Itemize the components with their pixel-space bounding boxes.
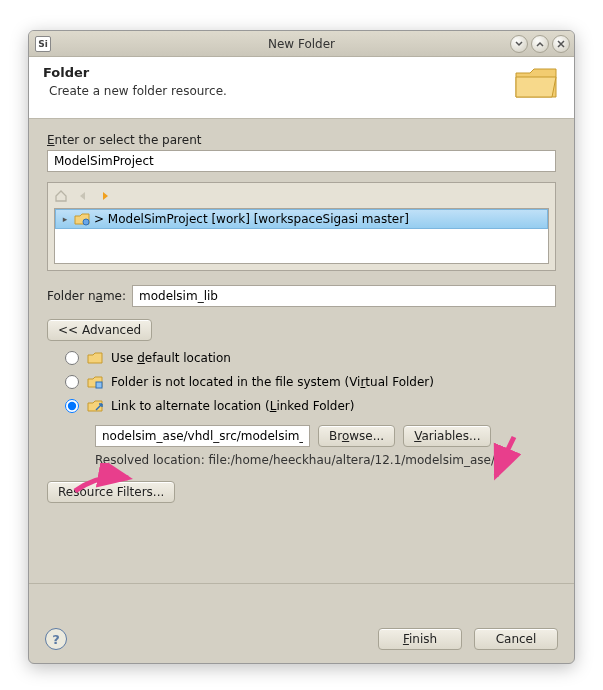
folder-name-label: Folder name:: [47, 289, 126, 303]
location-radio-group: Use default location Folder is not locat…: [47, 351, 556, 413]
dialog-header: Folder Create a new folder resource.: [29, 57, 574, 119]
advanced-toggle-button[interactable]: << Advanced: [47, 319, 152, 341]
radio-default-location[interactable]: Use default location: [65, 351, 556, 365]
home-icon[interactable]: [54, 189, 68, 203]
dialog-window: Si New Folder Folder Create a new folder…: [28, 30, 575, 664]
page-subtitle: Create a new folder resource.: [43, 84, 560, 98]
svg-rect-1: [96, 382, 102, 388]
help-button[interactable]: ?: [45, 628, 67, 650]
finish-button[interactable]: Finish: [378, 628, 462, 650]
tree-toolbar-box: ▸ > ModelSimProject [work] [workspaceSig…: [47, 182, 556, 271]
radio-virtual-folder[interactable]: Folder is not located in the file system…: [65, 375, 556, 389]
parent-input[interactable]: [47, 150, 556, 172]
parent-label: Enter or select the parent: [47, 133, 556, 147]
titlebar[interactable]: Si New Folder: [29, 31, 574, 57]
folder-name-input[interactable]: [132, 285, 556, 307]
radio-linked-label: Link to alternate location (Linked Folde…: [111, 399, 354, 413]
radio-linked-input[interactable]: [65, 399, 79, 413]
linked-folder-icon: [87, 399, 103, 413]
browse-button[interactable]: Browse...: [318, 425, 395, 447]
footer-divider: [29, 583, 574, 584]
virtual-folder-icon: [87, 375, 103, 389]
cancel-button[interactable]: Cancel: [474, 628, 558, 650]
link-path-input[interactable]: [95, 425, 310, 447]
expand-icon[interactable]: ▸: [60, 214, 70, 224]
folder-icon: [512, 63, 560, 103]
radio-linked-folder[interactable]: Link to alternate location (Linked Folde…: [65, 399, 556, 413]
radio-default-input[interactable]: [65, 351, 79, 365]
forward-icon[interactable]: [98, 189, 112, 203]
variables-button[interactable]: Variables...: [403, 425, 491, 447]
back-icon[interactable]: [76, 189, 90, 203]
close-button[interactable]: [552, 35, 570, 53]
folder-small-icon: [87, 351, 103, 365]
window-title: New Folder: [29, 37, 574, 51]
svg-point-0: [83, 219, 89, 225]
project-icon: [74, 212, 90, 226]
minimize-button[interactable]: [510, 35, 528, 53]
tree-item-label: > ModelSimProject [work] [workspaceSigas…: [94, 212, 409, 226]
resource-filters-button[interactable]: Resource Filters...: [47, 481, 175, 503]
dialog-footer: ? Finish Cancel: [29, 615, 574, 663]
parent-tree[interactable]: ▸ > ModelSimProject [work] [workspaceSig…: [54, 208, 549, 264]
radio-virtual-label: Folder is not located in the file system…: [111, 375, 434, 389]
radio-default-label: Use default location: [111, 351, 231, 365]
maximize-button[interactable]: [531, 35, 549, 53]
tree-row[interactable]: ▸ > ModelSimProject [work] [workspaceSig…: [55, 209, 548, 229]
page-title: Folder: [43, 65, 560, 80]
radio-virtual-input[interactable]: [65, 375, 79, 389]
resolved-location-label: Resolved location: file:/home/heeckhau/a…: [95, 453, 556, 467]
